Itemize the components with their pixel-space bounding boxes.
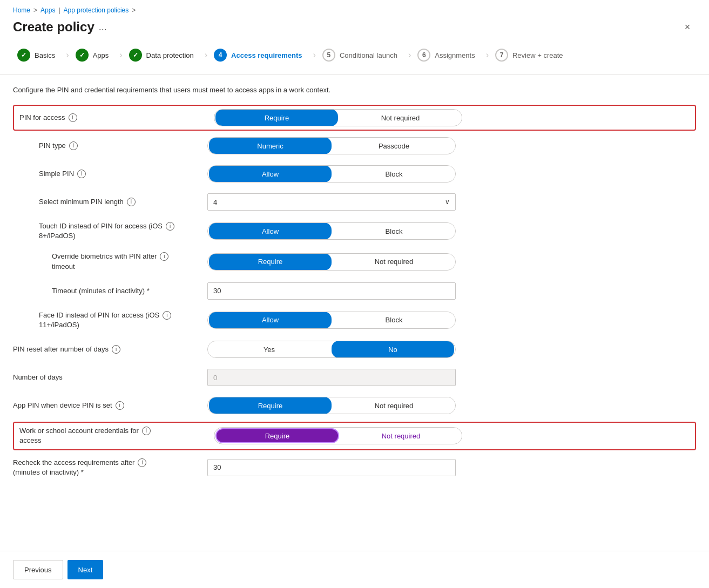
timeout-row: Timeout (minutes of inactivity) * — [13, 277, 696, 305]
step-review-create-circle: 7 — [495, 49, 508, 62]
pin-for-access-require[interactable]: Require — [215, 109, 338, 126]
pin-reset-label: PIN reset after number of days i — [13, 344, 207, 354]
page-title: Create policy — [13, 19, 94, 35]
step-apps[interactable]: ✓ Apps — [71, 44, 118, 66]
pin-reset-row: PIN reset after number of days i Yes No — [13, 335, 696, 363]
step-review-create[interactable]: 7 Review + create — [491, 44, 572, 66]
step-basics[interactable]: ✓ Basics — [13, 44, 64, 66]
simple-pin-block[interactable]: Block — [333, 165, 455, 183]
pin-reset-info-icon[interactable]: i — [112, 345, 120, 354]
simple-pin-label: Simple PIN i — [13, 169, 207, 179]
touch-id-block[interactable]: Block — [333, 222, 455, 240]
footer: Previous Next — [0, 551, 709, 588]
face-id-info-icon[interactable]: i — [163, 311, 171, 320]
work-credentials-not-required[interactable]: Not required — [340, 427, 462, 444]
override-biometrics-info-icon[interactable]: i — [160, 252, 168, 261]
timeout-control — [207, 282, 696, 300]
override-biometrics-row: Override biometrics with PIN aftertimeou… — [13, 246, 696, 276]
pin-type-toggle[interactable]: Numeric Passcode — [207, 137, 456, 154]
breadcrumb-apps[interactable]: Apps — [40, 6, 55, 14]
step-access-requirements-label: Access requirements — [231, 51, 302, 59]
work-credentials-require[interactable]: Require — [215, 428, 339, 443]
app-pin-device-info-icon[interactable]: i — [116, 401, 124, 410]
pin-type-passcode[interactable]: Passcode — [333, 137, 455, 154]
pin-reset-toggle[interactable]: Yes No — [207, 341, 456, 358]
step-access-requirements[interactable]: 4 Access requirements — [210, 44, 311, 66]
step-data-protection-label: Data protection — [146, 51, 194, 59]
breadcrumb-home[interactable]: Home — [13, 6, 30, 14]
step-conditional-launch-label: Conditional launch — [340, 51, 397, 59]
next-button[interactable]: Next — [67, 560, 104, 579]
touch-id-info-icon[interactable]: i — [166, 222, 174, 231]
pin-type-info-icon[interactable]: i — [69, 141, 78, 150]
chevron-down-icon: ∨ — [445, 198, 450, 206]
app-pin-device-not-required[interactable]: Not required — [333, 397, 455, 414]
min-pin-length-label: Select minimum PIN length i — [13, 197, 207, 207]
step-basics-circle: ✓ — [17, 49, 30, 62]
page-wrapper: Home > Apps | App protection policies > … — [0, 0, 709, 588]
wizard-steps: ✓ Basics › ✓ Apps › ✓ Data protection › … — [0, 44, 709, 75]
pin-type-row: PIN type i Numeric Passcode — [13, 132, 696, 160]
touch-id-row: Touch ID instead of PIN for access (iOS8… — [13, 216, 696, 246]
step-assignments-circle: 6 — [417, 49, 430, 62]
work-credentials-info-icon[interactable]: i — [142, 427, 151, 435]
app-pin-device-control: Require Not required — [207, 397, 696, 414]
step-assignments-label: Assignments — [435, 51, 475, 59]
main-content: Configure the PIN and credential require… — [0, 75, 709, 551]
face-id-label: Face ID instead of PIN for access (iOS11… — [13, 310, 207, 330]
step-conditional-launch[interactable]: 5 Conditional launch — [318, 44, 406, 66]
recheck-access-row: Recheck the access requirements after(mi… — [13, 452, 696, 483]
simple-pin-allow[interactable]: Allow — [209, 165, 332, 183]
override-biometrics-toggle[interactable]: Require Not required — [207, 253, 456, 271]
face-id-block[interactable]: Block — [333, 312, 455, 329]
simple-pin-info-icon[interactable]: i — [77, 170, 86, 178]
pin-type-numeric[interactable]: Numeric — [209, 137, 332, 154]
app-pin-device-row: App PIN when device PIN is set i Require… — [13, 391, 696, 420]
min-pin-length-dropdown[interactable]: 4 ∨ — [207, 193, 456, 211]
face-id-allow[interactable]: Allow — [209, 312, 332, 329]
step-apps-circle: ✓ — [76, 49, 89, 62]
override-biometrics-not-required[interactable]: Not required — [333, 253, 455, 271]
step-review-create-label: Review + create — [512, 51, 563, 59]
step-sep-2: › — [117, 50, 124, 60]
pin-type-label: PIN type i — [13, 141, 207, 151]
simple-pin-toggle[interactable]: Allow Block — [207, 165, 456, 183]
pin-for-access-control: Require Not required — [214, 109, 690, 126]
touch-id-control: Allow Block — [207, 222, 696, 240]
app-pin-device-toggle[interactable]: Require Not required — [207, 397, 456, 414]
override-biometrics-require[interactable]: Require — [209, 253, 332, 271]
timeout-input[interactable] — [207, 282, 456, 300]
pin-for-access-toggle[interactable]: Require Not required — [214, 109, 462, 126]
touch-id-allow[interactable]: Allow — [209, 222, 332, 240]
step-basics-label: Basics — [35, 51, 55, 59]
recheck-access-input[interactable] — [207, 459, 456, 476]
step-sep-5: › — [406, 50, 413, 60]
work-credentials-label: Work or school account credentials forac… — [19, 426, 214, 445]
recheck-access-info-icon[interactable]: i — [138, 458, 146, 467]
touch-id-toggle[interactable]: Allow Block — [207, 222, 456, 240]
step-sep-1: › — [64, 50, 71, 60]
ellipsis-menu[interactable]: ... — [99, 22, 107, 33]
pin-for-access-not-required[interactable]: Not required — [339, 109, 462, 126]
breadcrumb-policies[interactable]: App protection policies — [64, 6, 129, 14]
pin-reset-yes[interactable]: Yes — [208, 341, 330, 358]
pin-reset-control: Yes No — [207, 341, 696, 358]
page-title-row: Create policy ... × — [0, 16, 709, 44]
step-data-protection[interactable]: ✓ Data protection — [125, 44, 202, 66]
breadcrumb-sep2: > — [132, 6, 136, 14]
work-credentials-control: Require Not required — [214, 427, 690, 444]
close-button[interactable]: × — [679, 18, 696, 36]
work-credentials-toggle[interactable]: Require Not required — [214, 427, 462, 444]
pin-for-access-info-icon[interactable]: i — [69, 113, 77, 122]
step-sep-4: › — [311, 50, 318, 60]
previous-button[interactable]: Previous — [13, 560, 63, 579]
face-id-control: Allow Block — [207, 312, 696, 329]
pin-reset-no[interactable]: No — [332, 341, 454, 358]
number-of-days-input[interactable] — [207, 369, 456, 386]
step-assignments[interactable]: 6 Assignments — [413, 44, 483, 66]
number-of-days-row: Number of days — [13, 363, 696, 391]
min-pin-length-info-icon[interactable]: i — [127, 198, 136, 206]
app-pin-device-require[interactable]: Require — [209, 397, 332, 414]
recheck-access-control — [207, 459, 696, 476]
face-id-toggle[interactable]: Allow Block — [207, 312, 456, 329]
